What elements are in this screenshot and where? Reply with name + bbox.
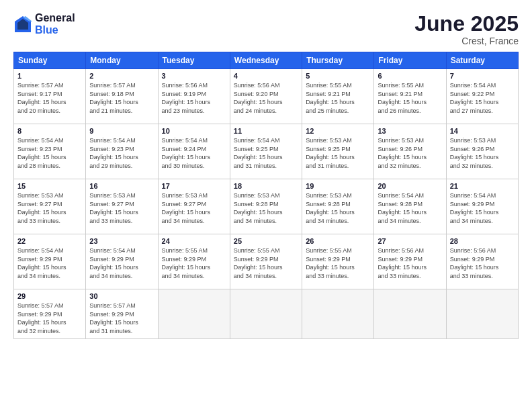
day-info: Sunrise: 5:54 AM Sunset: 9:29 PM Dayligh… [17,246,82,280]
day-info: Sunrise: 5:54 AM Sunset: 9:28 PM Dayligh… [378,191,442,225]
table-row: 19Sunrise: 5:53 AM Sunset: 9:28 PM Dayli… [302,179,374,234]
day-number: 21 [450,182,515,190]
table-row: 15Sunrise: 5:53 AM Sunset: 9:27 PM Dayli… [14,179,86,234]
day-number: 19 [306,182,370,190]
table-row: 2Sunrise: 5:57 AM Sunset: 9:18 PM Daylig… [86,69,158,124]
day-number: 3 [162,72,226,80]
day-info: Sunrise: 5:55 AM Sunset: 9:21 PM Dayligh… [306,81,370,115]
table-row [230,289,302,338]
month-title: June 2025 [414,12,519,36]
table-row: 3Sunrise: 5:56 AM Sunset: 9:19 PM Daylig… [158,69,230,124]
table-row [302,289,374,338]
page: General Blue June 2025 Crest, France Sun… [0,0,532,411]
day-info: Sunrise: 5:55 AM Sunset: 9:29 PM Dayligh… [306,246,370,280]
table-row [158,289,230,338]
day-info: Sunrise: 5:55 AM Sunset: 9:29 PM Dayligh… [234,246,298,280]
calendar-table: Sunday Monday Tuesday Wednesday Thursday… [13,52,519,338]
day-number: 1 [17,72,82,80]
day-info: Sunrise: 5:57 AM Sunset: 9:18 PM Dayligh… [89,81,154,115]
day-info: Sunrise: 5:53 AM Sunset: 9:28 PM Dayligh… [306,191,370,225]
day-number: 10 [162,127,226,135]
logo-icon [13,15,32,34]
day-number: 18 [234,182,298,190]
day-info: Sunrise: 5:53 AM Sunset: 9:28 PM Dayligh… [234,191,298,225]
day-info: Sunrise: 5:56 AM Sunset: 9:29 PM Dayligh… [378,246,442,280]
day-number: 23 [89,237,154,245]
day-info: Sunrise: 5:55 AM Sunset: 9:21 PM Dayligh… [378,81,442,115]
day-number: 5 [306,72,370,80]
day-info: Sunrise: 5:53 AM Sunset: 9:26 PM Dayligh… [378,136,442,170]
day-info: Sunrise: 5:54 AM Sunset: 9:23 PM Dayligh… [89,136,154,170]
table-row: 26Sunrise: 5:55 AM Sunset: 9:29 PM Dayli… [302,234,374,289]
day-info: Sunrise: 5:57 AM Sunset: 9:17 PM Dayligh… [17,81,82,115]
col-saturday: Saturday [446,52,518,69]
day-number: 12 [306,127,370,135]
day-number: 4 [234,72,298,80]
table-row: 25Sunrise: 5:55 AM Sunset: 9:29 PM Dayli… [230,234,302,289]
table-row: 11Sunrise: 5:54 AM Sunset: 9:25 PM Dayli… [230,124,302,179]
table-row: 1Sunrise: 5:57 AM Sunset: 9:17 PM Daylig… [14,69,86,124]
location: Crest, France [414,36,519,46]
title-area: June 2025 Crest, France [414,12,519,46]
day-number: 15 [17,182,82,190]
col-monday: Monday [86,52,158,69]
table-row [446,289,518,338]
day-number: 29 [17,292,82,300]
day-number: 22 [17,237,82,245]
col-wednesday: Wednesday [230,52,302,69]
table-row: 28Sunrise: 5:56 AM Sunset: 9:29 PM Dayli… [446,234,518,289]
logo-general-text: General [35,12,75,24]
day-info: Sunrise: 5:54 AM Sunset: 9:23 PM Dayligh… [17,136,82,170]
day-number: 7 [450,72,515,80]
day-number: 8 [17,127,82,135]
day-info: Sunrise: 5:53 AM Sunset: 9:27 PM Dayligh… [17,191,82,225]
day-number: 27 [378,237,442,245]
day-info: Sunrise: 5:53 AM Sunset: 9:27 PM Dayligh… [89,191,154,225]
table-row: 18Sunrise: 5:53 AM Sunset: 9:28 PM Dayli… [230,179,302,234]
table-row: 4Sunrise: 5:56 AM Sunset: 9:20 PM Daylig… [230,69,302,124]
day-number: 25 [234,237,298,245]
table-row: 17Sunrise: 5:53 AM Sunset: 9:27 PM Dayli… [158,179,230,234]
table-row: 23Sunrise: 5:54 AM Sunset: 9:29 PM Dayli… [86,234,158,289]
day-number: 24 [162,237,226,245]
day-number: 20 [378,182,442,190]
table-row: 20Sunrise: 5:54 AM Sunset: 9:28 PM Dayli… [374,179,446,234]
day-info: Sunrise: 5:56 AM Sunset: 9:20 PM Dayligh… [234,81,298,115]
header-row: Sunday Monday Tuesday Wednesday Thursday… [14,52,519,69]
col-thursday: Thursday [302,52,374,69]
logo: General Blue [13,12,75,36]
table-row: 21Sunrise: 5:54 AM Sunset: 9:29 PM Dayli… [446,179,518,234]
day-info: Sunrise: 5:56 AM Sunset: 9:29 PM Dayligh… [450,246,515,280]
table-row: 27Sunrise: 5:56 AM Sunset: 9:29 PM Dayli… [374,234,446,289]
day-number: 13 [378,127,442,135]
logo-text: General Blue [35,12,75,36]
day-number: 14 [450,127,515,135]
col-friday: Friday [374,52,446,69]
table-row: 29Sunrise: 5:57 AM Sunset: 9:29 PM Dayli… [14,289,86,338]
logo-blue-text: Blue [35,24,75,36]
header: General Blue June 2025 Crest, France [13,12,519,46]
day-info: Sunrise: 5:53 AM Sunset: 9:27 PM Dayligh… [162,191,226,225]
day-number: 11 [234,127,298,135]
day-info: Sunrise: 5:55 AM Sunset: 9:29 PM Dayligh… [162,246,226,280]
day-info: Sunrise: 5:54 AM Sunset: 9:29 PM Dayligh… [89,246,154,280]
day-number: 9 [89,127,154,135]
table-row: 13Sunrise: 5:53 AM Sunset: 9:26 PM Dayli… [374,124,446,179]
day-number: 16 [89,182,154,190]
day-info: Sunrise: 5:57 AM Sunset: 9:29 PM Dayligh… [89,302,154,335]
day-info: Sunrise: 5:57 AM Sunset: 9:29 PM Dayligh… [17,302,82,335]
table-row: 12Sunrise: 5:53 AM Sunset: 9:25 PM Dayli… [302,124,374,179]
table-row: 24Sunrise: 5:55 AM Sunset: 9:29 PM Dayli… [158,234,230,289]
table-row: 6Sunrise: 5:55 AM Sunset: 9:21 PM Daylig… [374,69,446,124]
table-row: 5Sunrise: 5:55 AM Sunset: 9:21 PM Daylig… [302,69,374,124]
day-info: Sunrise: 5:56 AM Sunset: 9:19 PM Dayligh… [162,81,226,115]
table-row: 10Sunrise: 5:54 AM Sunset: 9:24 PM Dayli… [158,124,230,179]
table-row: 7Sunrise: 5:54 AM Sunset: 9:22 PM Daylig… [446,69,518,124]
day-info: Sunrise: 5:53 AM Sunset: 9:25 PM Dayligh… [306,136,370,170]
day-info: Sunrise: 5:53 AM Sunset: 9:26 PM Dayligh… [450,136,515,170]
day-number: 30 [89,292,154,300]
day-info: Sunrise: 5:54 AM Sunset: 9:24 PM Dayligh… [162,136,226,170]
day-info: Sunrise: 5:54 AM Sunset: 9:22 PM Dayligh… [450,81,515,115]
day-number: 26 [306,237,370,245]
table-row: 30Sunrise: 5:57 AM Sunset: 9:29 PM Dayli… [86,289,158,338]
